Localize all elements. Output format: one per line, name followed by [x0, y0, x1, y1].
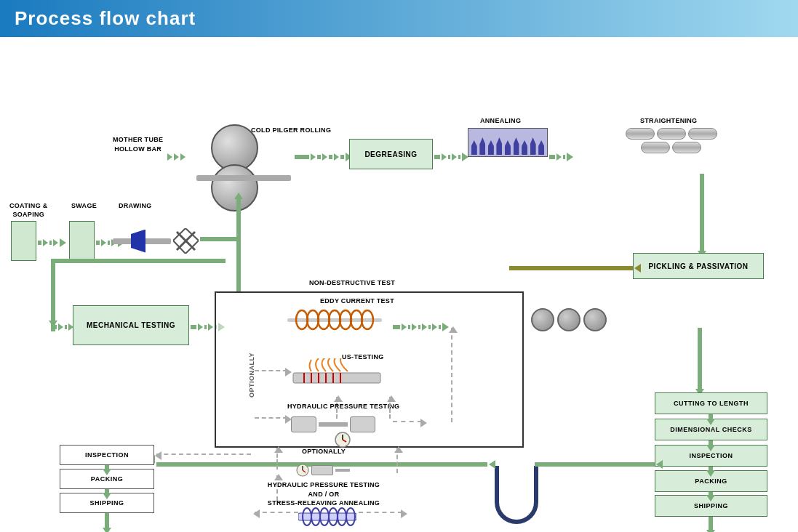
dashed-arrowhead-us	[285, 368, 292, 376]
dashed-right-from-annealing	[359, 512, 402, 513]
straightening-label: STRAIGHTENING	[640, 117, 697, 124]
dashed-arrow-h-to-eddy	[451, 328, 452, 422]
arrowhead-insp-r	[706, 445, 715, 451]
dashed-arrowhead-ndt-r1	[420, 419, 427, 427]
drawing-label: DRAWING	[119, 202, 152, 209]
coating-box	[11, 221, 36, 261]
arrow-pilger-to-degreasing	[295, 153, 352, 161]
inspection-left-box: INSPECTION	[60, 445, 154, 465]
arrowhead-ship-r	[706, 495, 715, 501]
arrow-coat-swage	[38, 238, 66, 247]
pickling-box: PICKLING & PASSIVATION	[633, 253, 764, 279]
arrow-to-pilger	[167, 153, 185, 161]
degreasing-box: DEGREASING	[349, 139, 433, 169]
us-visual	[290, 358, 384, 386]
dashed-arrowhead-h-to-eddy	[449, 326, 458, 333]
svg-rect-24	[298, 513, 356, 520]
dashed-arrow-ndt-out-r1	[393, 421, 422, 422]
ndt-label: NON-DESTRUCTIVE TEST	[309, 279, 395, 286]
flowchart-container: MOTHER TUBE HOLLOW BAR COLD PILGER ROLLI…	[0, 41, 798, 532]
arrowhead-to-mech	[49, 321, 57, 327]
dashed-arrowhead-from-ubend	[253, 509, 260, 518]
coating-label: COATING & SOAPING	[9, 202, 48, 219]
arrowhead-ship-l	[103, 493, 111, 499]
arrowhead-pack-l	[103, 469, 111, 475]
dashed-to-inspection	[156, 454, 251, 455]
arrow-straight-down	[700, 174, 704, 252]
arrow-roller-cutting	[698, 328, 702, 390]
swage-label: SWAGE	[71, 202, 97, 209]
arrowhead-pack-r	[706, 470, 715, 477]
eddy-current-label: EDDY CURRENT TEST	[320, 297, 394, 305]
annealing-visual	[468, 128, 548, 164]
cutting-box: CUTTING TO LENGTH	[655, 392, 767, 414]
arrow-degreasing-annealing	[434, 153, 468, 161]
dashed-arrowhead-insp	[155, 451, 161, 460]
arrowhead-dim	[706, 419, 715, 425]
dashed-arrowhead-up-us	[334, 395, 343, 402]
roller-group	[531, 308, 607, 331]
hydraulic-lower-visual	[296, 462, 354, 478]
mother-tube-label: MOTHER TUBE HOLLOW BAR	[113, 135, 163, 153]
hydraulic-label-ndt: HYDRAULIC PRESSURE TESTING	[287, 403, 399, 410]
arrow-right-to-ubend	[535, 460, 663, 469]
arrow-ndt-right	[393, 323, 449, 331]
arrow-annealing-straight	[549, 153, 573, 161]
dashed-left-from-ubend	[255, 512, 298, 513]
annealing-coil-bottom	[298, 504, 356, 530]
eddy-coil-visual	[287, 306, 389, 334]
arrow-ship-r-down	[709, 517, 713, 531]
header: Process flow chart	[0, 0, 798, 37]
dashed-arrowhead-up-ndt	[274, 446, 283, 453]
dashed-up-arrowhead-1	[274, 474, 283, 480]
straightening-visual	[626, 128, 727, 168]
dashed-arrowhead-up-from-h	[387, 395, 396, 402]
optionally-label-bottom: OPTIONALLY	[302, 448, 346, 455]
page-title: Process flow chart	[15, 7, 783, 30]
dashed-arrowhead-hydraulic	[285, 415, 292, 424]
arrow-drawing-up	[236, 197, 241, 291]
mechanical-testing-box: MECHANICAL TESTING	[73, 305, 189, 345]
dashed-arrowhead-right-ann	[401, 509, 407, 518]
dashed-arrow-us-r	[255, 370, 287, 371]
arrow-draw-connect	[200, 237, 238, 241]
dashed-arrow-hydraulic-r	[255, 417, 287, 419]
arrowhead-up-pilger	[234, 193, 243, 199]
arrow-h-to-drawing	[51, 259, 226, 263]
annealing-label: ANNEALING	[480, 117, 521, 124]
arrow-ship-l-down	[105, 513, 109, 529]
swage-box	[69, 221, 95, 261]
cold-pilger-label: COLD PILGER ROLLING	[251, 126, 331, 134]
arrowhead-ship-l-down	[103, 528, 111, 532]
svg-rect-3	[287, 318, 382, 322]
optionally-text-1: OPTIONALLY	[248, 352, 255, 398]
dashed-up-arrowhead-2	[394, 446, 403, 453]
arrow-pickling-left	[509, 264, 641, 273]
svg-rect-11	[293, 373, 380, 383]
drawing-visual	[113, 221, 200, 261]
